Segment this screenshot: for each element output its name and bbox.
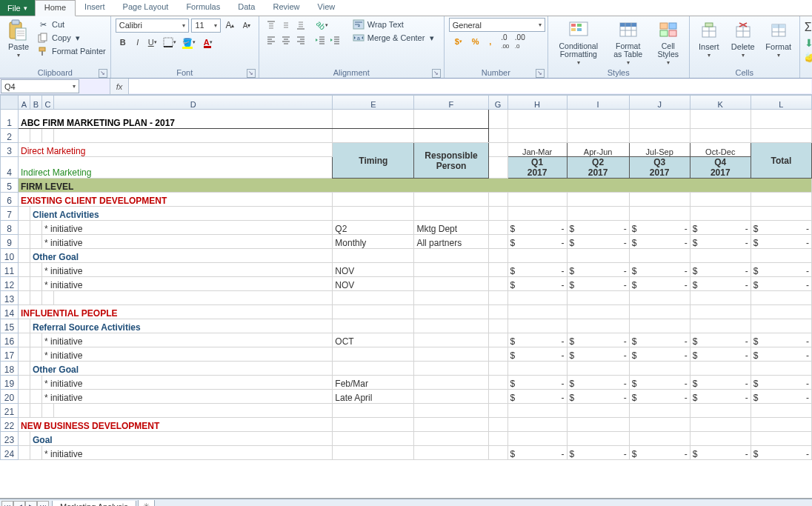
row-header-12[interactable]: 12 xyxy=(1,277,19,291)
row-header-18[interactable]: 18 xyxy=(1,362,19,376)
sheet-nav-first[interactable]: ⏮ xyxy=(1,501,13,506)
row-header-17[interactable]: 17 xyxy=(1,347,19,362)
paste-button[interactable]: Paste ▾ xyxy=(4,18,33,60)
col-header-I[interactable]: I xyxy=(567,96,629,110)
number-format-select[interactable]: General▾ xyxy=(449,18,545,32)
font-name-select[interactable]: Calibri▾ xyxy=(116,19,190,33)
bold-button[interactable]: B xyxy=(116,35,130,50)
increase-decimal-button[interactable]: .0.00 xyxy=(498,34,513,49)
align-left-button[interactable] xyxy=(264,33,279,47)
row-header-4[interactable]: 4 xyxy=(1,157,19,179)
col-header-C[interactable]: C xyxy=(42,96,54,110)
row-header-5[interactable]: 5 xyxy=(1,179,19,193)
col-header-K[interactable]: K xyxy=(690,96,751,110)
row-header-14[interactable]: 14 xyxy=(1,305,19,319)
wrap-text-button[interactable]: Wrap Text xyxy=(353,18,435,31)
row-header-6[interactable]: 6 xyxy=(1,193,19,207)
col-header-A[interactable]: A xyxy=(19,96,30,110)
border-button[interactable]: ▾ xyxy=(160,35,179,50)
select-all-corner[interactable] xyxy=(1,96,19,110)
fx-button[interactable]: fx xyxy=(110,79,129,94)
cut-button[interactable]: ✂Cut xyxy=(37,18,106,31)
file-tab[interactable]: File▾ xyxy=(0,0,35,16)
underline-button[interactable]: U▾ xyxy=(145,35,160,50)
tab-formulas[interactable]: Formulas xyxy=(177,0,229,16)
accounting-format-button[interactable]: $▾ xyxy=(449,34,468,49)
col-header-E[interactable]: E xyxy=(333,96,414,110)
align-middle-button[interactable] xyxy=(279,18,293,33)
fill-color-button[interactable]: 🪣▾ xyxy=(179,35,199,50)
cell-styles-button[interactable]: Cell Styles▾ xyxy=(652,18,685,67)
col-header-D[interactable]: D xyxy=(54,96,333,110)
number-launcher[interactable]: ↘ xyxy=(536,69,545,78)
decrease-indent-button[interactable] xyxy=(313,33,327,47)
col-header-F[interactable]: F xyxy=(414,96,488,110)
col-header-B[interactable]: B xyxy=(30,96,42,110)
clipboard-launcher[interactable]: ↘ xyxy=(99,69,107,78)
decrease-decimal-button[interactable]: .00.0 xyxy=(513,34,528,49)
sheet-nav-next[interactable]: ▶ xyxy=(25,501,37,506)
grow-font-button[interactable]: A▴ xyxy=(223,18,238,33)
spreadsheet-grid[interactable]: ABCDEFGHIJKL1ABC FIRM MARKETING PLAN - 2… xyxy=(0,95,812,499)
row-header-10[interactable]: 10 xyxy=(1,249,19,263)
italic-button[interactable]: I xyxy=(130,35,145,50)
row-header-13[interactable]: 13 xyxy=(1,291,19,305)
shrink-font-button[interactable]: A▾ xyxy=(239,18,254,33)
row-header-7[interactable]: 7 xyxy=(1,207,19,221)
insert-cells-button[interactable]: Insert▾ xyxy=(694,18,724,60)
row-header-24[interactable]: 24 xyxy=(1,446,19,460)
merge-center-button[interactable]: aMerge & Center▾ xyxy=(353,31,435,44)
row-header-8[interactable]: 8 xyxy=(1,221,19,235)
row-header-16[interactable]: 16 xyxy=(1,333,19,347)
col-header-G[interactable]: G xyxy=(488,96,508,110)
row-header-22[interactable]: 22 xyxy=(1,418,19,432)
format-painter-button[interactable]: Format Painter xyxy=(37,44,106,58)
row-header-15[interactable]: 15 xyxy=(1,319,19,333)
font-color-button[interactable]: A▾ xyxy=(199,35,218,50)
formula-input[interactable] xyxy=(129,79,811,93)
increase-indent-button[interactable] xyxy=(327,33,342,47)
row-header-19[interactable]: 19 xyxy=(1,376,19,390)
sheet-nav-prev[interactable]: ◀ xyxy=(13,501,25,506)
tab-home[interactable]: Home xyxy=(35,0,76,16)
format-cells-button[interactable]: Format▾ xyxy=(762,18,795,60)
copy-button[interactable]: Copy▾ xyxy=(37,31,106,44)
sheet-nav-last[interactable]: ⏭ xyxy=(37,501,49,506)
border-icon xyxy=(163,37,173,47)
svg-rect-26 xyxy=(705,23,713,27)
delete-cells-button[interactable]: Delete▾ xyxy=(728,18,758,60)
row-header-23[interactable]: 23 xyxy=(1,432,19,446)
align-center-button[interactable] xyxy=(279,33,293,47)
brush-icon xyxy=(37,45,49,57)
sheet-tab-active[interactable]: Marketing Analysis xyxy=(52,501,136,507)
tab-review[interactable]: Review xyxy=(264,0,308,16)
row-header-2[interactable]: 2 xyxy=(1,129,19,143)
font-launcher[interactable]: ↘ xyxy=(247,69,256,78)
conditional-formatting-button[interactable]: Conditional Formatting▾ xyxy=(553,18,605,67)
percent-button[interactable]: % xyxy=(468,34,483,49)
align-right-button[interactable] xyxy=(293,33,308,47)
format-as-table-button[interactable]: Format as Table▾ xyxy=(609,18,648,67)
tab-view[interactable]: View xyxy=(309,0,345,16)
font-size-select[interactable]: 11▾ xyxy=(191,19,220,33)
align-top-button[interactable] xyxy=(264,18,279,33)
comma-button[interactable]: , xyxy=(483,34,498,49)
alignment-launcher[interactable]: ↘ xyxy=(432,69,441,78)
tab-insert[interactable]: Insert xyxy=(76,0,114,16)
name-box[interactable]: Q4▾ xyxy=(1,79,79,93)
tab-page-layout[interactable]: Page Layout xyxy=(114,0,178,16)
align-bottom-button[interactable] xyxy=(293,18,308,33)
row-header-1[interactable]: 1 xyxy=(1,110,19,129)
row-header-11[interactable]: 11 xyxy=(1,263,19,277)
tab-data[interactable]: Data xyxy=(229,0,264,16)
row-header-3[interactable]: 3 xyxy=(1,143,19,157)
sheet-tab-new[interactable]: ✳ xyxy=(138,500,155,506)
group-cells: Insert▾ Delete▾ Format▾ Cells xyxy=(690,16,800,78)
row-header-21[interactable]: 21 xyxy=(1,404,19,418)
row-header-20[interactable]: 20 xyxy=(1,390,19,404)
col-header-L[interactable]: L xyxy=(751,96,811,110)
orientation-button[interactable]: ab▾ xyxy=(313,18,332,33)
col-header-H[interactable]: H xyxy=(508,96,567,110)
row-header-9[interactable]: 9 xyxy=(1,235,19,249)
col-header-J[interactable]: J xyxy=(629,96,690,110)
